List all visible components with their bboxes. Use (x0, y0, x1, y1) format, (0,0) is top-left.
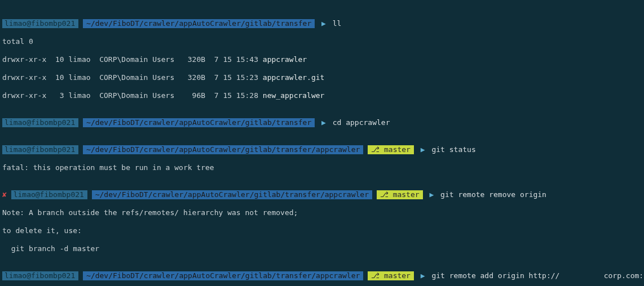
command-text: ll (333, 19, 342, 28)
note-line: to delete it, use: (2, 226, 642, 235)
user-host: limao@fibombp021 (11, 190, 87, 199)
prompt-status: limao@fibombp021 ~/dev/FiboDT/crawler/ap… (2, 145, 642, 154)
prompt-arrow: ▶ (427, 190, 436, 199)
prompt-cd: limao@fibombp021 ~/dev/FiboDT/crawler/ap… (2, 118, 642, 127)
terminal-window[interactable]: limao@fibombp021 ~/dev/FiboDT/crawler/ap… (0, 0, 644, 286)
note-line: Note: A branch outside the refs/remotes/… (2, 208, 642, 217)
error-x-icon: ✘ (2, 190, 7, 199)
user-host: limao@fibombp021 (2, 118, 78, 127)
dir-name: appcrawler (263, 55, 307, 64)
ll-total: total 0 (2, 37, 642, 46)
prompt-remove: ✘ limao@fibombp021 ~/dev/FiboDT/crawler/… (2, 190, 642, 199)
redacted-block (559, 271, 603, 280)
git-branch: ⎇ master (377, 190, 423, 199)
note-line: git branch -d master (2, 244, 642, 253)
branch-icon: ⎇ (371, 271, 380, 280)
prompt-arrow: ▶ (418, 271, 427, 280)
user-host: limao@fibombp021 (2, 19, 78, 28)
cwd-path: ~/dev/FiboDT/crawler/appAutoCrawler/gitl… (83, 19, 315, 28)
prompt-ll: limao@fibombp021 ~/dev/FiboDT/crawler/ap… (2, 19, 642, 28)
prompt-arrow: ▶ (418, 145, 427, 154)
dir-name: appcrawler.git (263, 73, 325, 82)
prompt-arrow: ▶ (319, 118, 328, 127)
git-branch: ⎇ master (368, 271, 414, 280)
user-host: limao@fibombp021 (2, 145, 78, 154)
user-host: limao@fibombp021 (2, 271, 78, 280)
prompt-arrow: ▶ (319, 19, 328, 28)
branch-icon: ⎇ (380, 190, 389, 199)
cwd-path: ~/dev/FiboDT/crawler/appAutoCrawler/gitl… (92, 190, 372, 199)
cwd-path: ~/dev/FiboDT/crawler/appAutoCrawler/gitl… (83, 118, 315, 127)
git-branch: ⎇ master (368, 145, 414, 154)
branch-icon: ⎇ (371, 145, 380, 154)
fatal-message: fatal: this operation must be run in a w… (2, 163, 642, 172)
command-text: git status (431, 145, 475, 154)
prompt-add: limao@fibombp021 ~/dev/FiboDT/crawler/ap… (2, 271, 642, 280)
ll-row-2: drwxr-xr-x 3 limao CORP\Domain Users 96B… (2, 91, 642, 100)
dir-name: new_appcralwer (263, 91, 325, 100)
command-text: cd appcrawler (333, 118, 390, 127)
ll-row-1: drwxr-xr-x 10 limao CORP\Domain Users 32… (2, 73, 642, 82)
cwd-path: ~/dev/FiboDT/crawler/appAutoCrawler/gitl… (83, 145, 363, 154)
command-text: git remote add origin http:// corp.com:1… (431, 271, 644, 280)
cwd-path: ~/dev/FiboDT/crawler/appAutoCrawler/gitl… (83, 271, 363, 280)
ll-row-0: drwxr-xr-x 10 limao CORP\Domain Users 32… (2, 55, 642, 64)
command-text: git remote remove origin (440, 190, 546, 199)
